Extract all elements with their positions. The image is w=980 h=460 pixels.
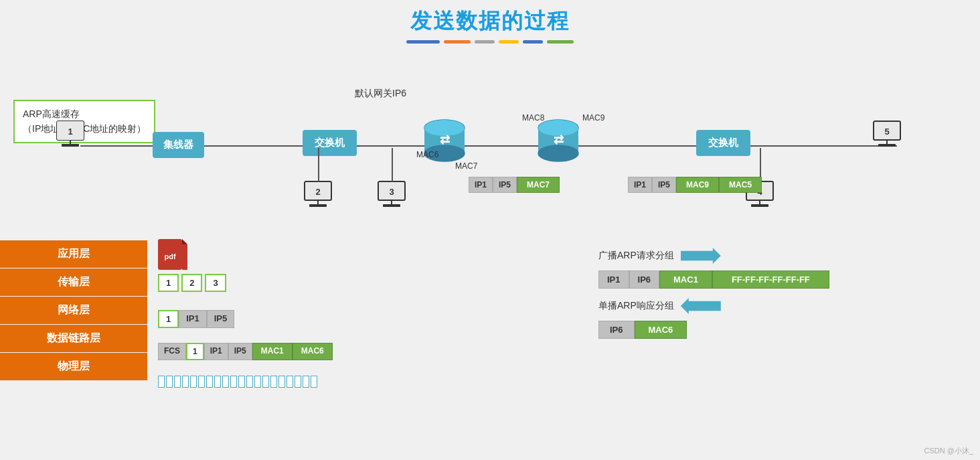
seg-t1: 1 (158, 274, 179, 292)
pkt2-mac9: MAC9 (676, 177, 719, 193)
arrow-right-icon (681, 248, 721, 264)
pkt2-ip1: IP1 (628, 177, 652, 193)
bit-9 (222, 376, 229, 388)
bottom-left: 应用层 传输层 网络层 数据链路层 物理层 pdf 1 2 3 (0, 238, 455, 381)
unicast-row: 单播ARP响应分组 (598, 298, 947, 314)
transport-segs: 1 2 3 (158, 274, 226, 292)
pdf-icon-container: pdf (158, 239, 187, 277)
data-area: pdf 1 2 3 1 IP1 IP5 FCS 1 IP1 IP5 MAC (147, 238, 455, 381)
seg-fcs: FCS (158, 343, 186, 360)
resp-mac6: MAC6 (635, 321, 687, 339)
hub-box: 集线器 (153, 132, 204, 158)
packet-row-1: IP1 IP5 MAC7 (469, 177, 560, 193)
router2-node: ⇄ (536, 119, 581, 168)
bit-4 (182, 376, 189, 388)
svg-rect-25 (383, 204, 400, 207)
network-segs: 1 IP1 IP5 (158, 310, 234, 328)
bit-5 (190, 376, 197, 388)
color-bar-4 (499, 40, 519, 44)
mac8-label: MAC8 (522, 113, 544, 123)
svg-text:5: 5 (884, 127, 889, 137)
bit-20 (311, 376, 317, 388)
arrow-left-icon (681, 298, 721, 314)
pc5-icon: 5 (870, 120, 904, 148)
mac6-label: MAC6 (416, 150, 438, 159)
svg-text:pdf: pdf (164, 252, 175, 260)
seg-nip5: IP5 (207, 310, 235, 328)
svg-text:⇄: ⇄ (440, 133, 450, 147)
router2-icon: ⇄ (536, 119, 581, 165)
layer-physical: 物理层 (0, 353, 147, 381)
pkt1-ip1: IP1 (469, 177, 493, 193)
datalink-segs: FCS 1 IP1 IP5 MAC1 MAC6 (158, 343, 333, 360)
bit-3 (174, 376, 181, 388)
bit-15 (270, 376, 277, 388)
svg-marker-32 (182, 239, 187, 244)
bit-8 (214, 376, 221, 388)
pc5-node: 5 (870, 120, 904, 151)
seg-t3: 3 (205, 274, 226, 292)
hub-label: 集线器 (153, 132, 204, 158)
svg-text:1: 1 (68, 127, 72, 137)
request-packet: IP1 IP6 MAC1 FF-FF-FF-FF-FF-FF (598, 271, 947, 289)
switch2-label: 交换机 (696, 130, 750, 156)
color-bar-1 (406, 40, 440, 44)
pc1-icon: 1 (54, 120, 87, 148)
layer-datalink: 数据链路层 (0, 325, 147, 353)
bit-14 (262, 376, 269, 388)
network-area: ARP高速缓存 （IP地址与MAC地址的映射） 默认网关IP6 1 集线器 交换… (0, 46, 980, 254)
switch1-box: 交换机 (303, 130, 357, 156)
pkt1-ip5: IP5 (493, 177, 517, 193)
router1-node: ⇄ (422, 119, 467, 168)
switch1-label: 交换机 (303, 130, 357, 156)
arp-right-area: 广播ARP请求分组 IP1 IP6 MAC1 FF-FF-FF-FF-FF-FF… (598, 248, 947, 339)
bit-13 (254, 376, 261, 388)
color-bar-3 (475, 40, 495, 44)
line-switch1-pc3 (392, 148, 393, 181)
color-bar (0, 40, 980, 44)
req-ffff: FF-FF-FF-FF-FF-FF (712, 271, 829, 289)
svg-rect-33 (182, 244, 187, 270)
gateway-label: 默认网关IP6 (355, 88, 406, 100)
bit-12 (246, 376, 253, 388)
resp-ip6: IP6 (598, 321, 635, 339)
layer-network: 网络层 (0, 297, 147, 325)
layer-stack: 应用层 传输层 网络层 数据链路层 物理层 (0, 238, 147, 381)
layer-app: 应用层 (0, 240, 147, 269)
pkt2-mac5: MAC5 (719, 177, 762, 193)
main-container: 发送数据的过程 ARP高速缓存 （IP地址与MAC地址的映射） 默认网关IP6 … (0, 0, 980, 460)
bit-16 (278, 376, 285, 388)
color-bar-6 (547, 40, 574, 44)
bit-10 (230, 376, 237, 388)
svg-text:⇄: ⇄ (554, 133, 564, 147)
page-title: 发送数据的过程 (0, 0, 980, 36)
svg-point-12 (538, 145, 578, 161)
req-ip6: IP6 (629, 271, 660, 289)
broadcast-label: 广播ARP请求分组 (598, 250, 674, 262)
bit-18 (295, 376, 301, 388)
seg-t2: 2 (181, 274, 202, 292)
pc1-node: 1 (54, 120, 87, 151)
svg-text:3: 3 (389, 187, 394, 197)
mac7-label: MAC7 (455, 161, 477, 171)
line-switch1-pc2 (318, 148, 319, 181)
bit-19 (303, 376, 309, 388)
bit-1 (158, 376, 165, 388)
seg-dlip1: IP1 (204, 343, 228, 360)
seg-n1: 1 (158, 310, 179, 328)
svg-rect-29 (751, 204, 768, 207)
bit-17 (287, 376, 293, 388)
seg-mac6: MAC6 (293, 343, 333, 360)
pc3-icon: 3 (375, 180, 408, 208)
pkt1-mac7: MAC7 (517, 177, 560, 193)
unicast-label: 单播ARP响应分组 (598, 300, 674, 312)
physical-bits (158, 376, 317, 388)
seg-mac1: MAC1 (252, 343, 293, 360)
seg-dl1: 1 (186, 343, 204, 360)
color-bar-2 (444, 40, 471, 44)
bit-11 (238, 376, 245, 388)
packet-row-2: IP1 IP5 MAC9 MAC5 (628, 177, 762, 193)
bit-7 (206, 376, 213, 388)
bit-6 (198, 376, 205, 388)
seg-nip1: IP1 (179, 310, 207, 328)
